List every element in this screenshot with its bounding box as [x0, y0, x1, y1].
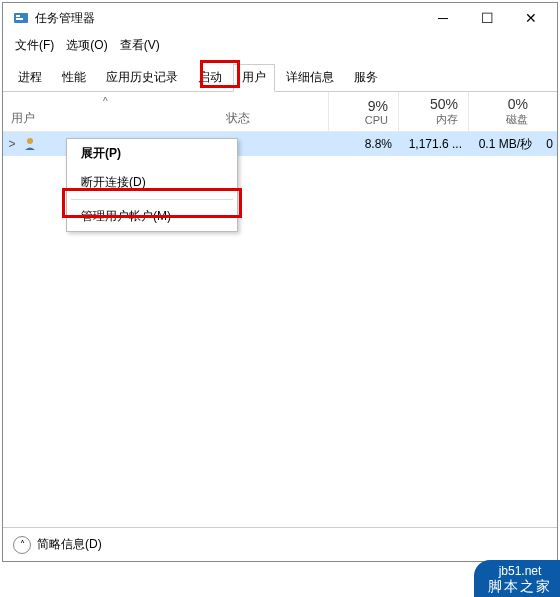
cpu-label: CPU	[365, 114, 388, 126]
col-disk[interactable]: 0% 磁盘	[468, 92, 538, 131]
tab-strip: 进程 性能 应用历史记录 启动 用户 详细信息 服务	[3, 58, 557, 92]
watermark-url: jb51.net	[488, 564, 552, 578]
menu-view[interactable]: 查看(V)	[116, 35, 164, 56]
row-disk: 0.1 MB/秒	[472, 136, 542, 153]
context-menu: 展开(P) 断开连接(D) 管理用户帐户(M)	[66, 138, 238, 232]
user-icon	[21, 137, 39, 151]
mem-label: 内存	[436, 112, 458, 127]
svg-point-3	[27, 138, 33, 144]
app-icon	[13, 10, 29, 26]
col-memory[interactable]: 50% 内存	[398, 92, 468, 131]
expand-icon[interactable]: >	[3, 137, 21, 151]
svg-rect-2	[16, 18, 23, 20]
row-mem: 1,171.6 ...	[402, 137, 472, 151]
task-manager-window: 任务管理器 ─ ☐ ✕ 文件(F) 选项(O) 查看(V) 进程 性能 应用历史…	[2, 2, 558, 562]
menu-file[interactable]: 文件(F)	[11, 35, 58, 56]
tab-processes[interactable]: 进程	[9, 64, 51, 91]
menu-options[interactable]: 选项(O)	[62, 35, 111, 56]
ctx-disconnect[interactable]: 断开连接(D)	[67, 168, 237, 197]
window-controls: ─ ☐ ✕	[421, 3, 553, 33]
row-extra: 0	[542, 137, 557, 151]
mem-percent: 50%	[430, 96, 458, 112]
col-status-label: 状态	[226, 110, 250, 127]
ctx-manage-account[interactable]: 管理用户帐户(M)	[67, 202, 237, 231]
tab-history[interactable]: 应用历史记录	[97, 64, 187, 91]
tab-services[interactable]: 服务	[345, 64, 387, 91]
sort-indicator-icon: ^	[103, 96, 108, 107]
watermark-name: 脚本之家	[488, 578, 552, 595]
disk-label: 磁盘	[506, 112, 528, 127]
fewer-details-button[interactable]: 简略信息(D)	[37, 536, 102, 553]
ctx-expand[interactable]: 展开(P)	[67, 139, 237, 168]
tab-performance[interactable]: 性能	[53, 64, 95, 91]
window-title: 任务管理器	[35, 10, 95, 27]
col-cpu[interactable]: 9% CPU	[328, 92, 398, 131]
svg-rect-1	[16, 15, 20, 17]
close-button[interactable]: ✕	[509, 3, 553, 33]
tab-users[interactable]: 用户	[233, 64, 275, 92]
disk-percent: 0%	[508, 96, 528, 112]
maximize-button[interactable]: ☐	[465, 3, 509, 33]
titlebar: 任务管理器 ─ ☐ ✕	[3, 3, 557, 33]
minimize-button[interactable]: ─	[421, 3, 465, 33]
menubar: 文件(F) 选项(O) 查看(V)	[3, 33, 557, 58]
col-user-label: 用户	[11, 110, 35, 127]
row-cpu: 8.8%	[332, 137, 402, 151]
col-status[interactable]: 状态	[218, 92, 328, 131]
tab-details[interactable]: 详细信息	[277, 64, 343, 91]
column-headers: ^ 用户 状态 9% CPU 50% 内存 0% 磁盘	[3, 92, 557, 132]
ctx-separator	[71, 199, 233, 200]
statusbar: ˄ 简略信息(D)	[3, 527, 557, 561]
col-user[interactable]: ^ 用户	[3, 92, 218, 131]
chevron-up-icon[interactable]: ˄	[13, 536, 31, 554]
tab-startup[interactable]: 启动	[189, 64, 231, 91]
watermark: jb51.net 脚本之家	[474, 560, 560, 597]
cpu-percent: 9%	[368, 98, 388, 114]
